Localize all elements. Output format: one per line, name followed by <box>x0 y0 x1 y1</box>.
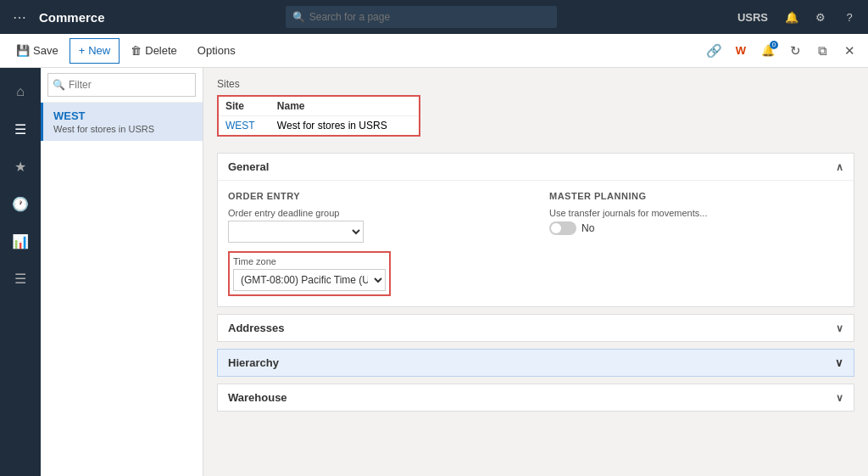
master-planning-group: MASTER PLANNING Use transfer journals fo… <box>549 191 843 296</box>
plus-icon: + <box>79 44 86 57</box>
sites-table: Site Name WEST West for stores in USRS <box>219 97 419 135</box>
delete-button[interactable]: 🗑 Delete <box>121 38 186 64</box>
close-icon[interactable]: ✕ <box>837 39 861 63</box>
new-button[interactable]: + New <box>70 38 120 64</box>
save-label: Save <box>33 44 58 57</box>
list-item-subtitle: West for stores in USRS <box>53 124 192 134</box>
options-button[interactable]: Options <box>188 38 245 64</box>
toggle-knob <box>551 223 561 233</box>
order-entry-group: ORDER ENTRY Order entry deadline group T… <box>228 191 522 296</box>
filter-area: 🔍 <box>41 68 203 103</box>
general-section: General ∧ ORDER ENTRY Order entry deadli… <box>217 153 854 307</box>
warehouse-header[interactable]: Warehouse ∨ <box>218 384 854 411</box>
transfer-journals-label: Use transfer journals for movements... <box>549 208 843 218</box>
col-site: Site <box>219 97 270 116</box>
notification-icon[interactable]: 🔔 0 <box>756 39 780 63</box>
sidebar-icons: ⌂ ☰ ★ 🕐 📊 ☰ <box>0 68 41 476</box>
master-planning-label: MASTER PLANNING <box>549 191 843 201</box>
chart-icon[interactable]: 📊 <box>3 224 37 258</box>
list-item[interactable]: WEST West for stores in USRS <box>41 103 203 141</box>
general-content: ORDER ENTRY Order entry deadline group T… <box>218 181 854 306</box>
col-name: Name <box>270 97 419 116</box>
deadline-group-label: Order entry deadline group <box>228 208 522 218</box>
content-area: Sites Site Name WEST West for stores in … <box>203 68 868 476</box>
general-two-col: ORDER ENTRY Order entry deadline group T… <box>228 191 843 296</box>
hierarchy-header[interactable]: Hierarchy ∨ <box>218 350 854 376</box>
refresh-icon[interactable]: ↻ <box>783 39 807 63</box>
list-icon[interactable]: ☰ <box>3 261 37 295</box>
options-label: Options <box>198 44 236 57</box>
bell-icon[interactable]: 🔔 <box>780 5 804 29</box>
top-navbar: ⋯ Commerce 🔍 USRS 🔔 ⚙ ? <box>0 0 868 34</box>
delete-label: Delete <box>145 44 177 57</box>
main-layout: ⌂ ☰ ★ 🕐 📊 ☰ 🔍 WEST West for stores in US… <box>0 68 868 476</box>
waffle-icon[interactable]: ⋯ <box>7 4 32 30</box>
top-nav-right: USRS 🔔 ⚙ ? <box>737 5 861 29</box>
left-panel: 🔍 WEST West for stores in USRS <box>41 68 203 476</box>
order-entry-label: ORDER ENTRY <box>228 191 522 201</box>
time-zone-wrapper: Time zone (GMT-08:00) Pacific Time (US .… <box>228 251 391 296</box>
toggle-label: No <box>581 222 594 234</box>
sites-label: Sites <box>217 78 854 90</box>
addresses-label: Addresses <box>228 322 284 334</box>
name-cell: West for stores in USRS <box>270 116 419 136</box>
addresses-section: Addresses ∨ <box>217 314 854 342</box>
time-zone-label: Time zone <box>233 256 386 266</box>
toolbar: 💾 Save + New 🗑 Delete Options 🔗 W 🔔 0 ↻ … <box>0 34 868 68</box>
filter-input[interactable] <box>47 73 196 97</box>
sites-list: WEST West for stores in USRS <box>41 103 203 476</box>
toggle-wrapper: No <box>549 221 843 235</box>
office-icon[interactable]: W <box>729 39 753 63</box>
list-item-title: WEST <box>53 109 192 122</box>
site-cell[interactable]: WEST <box>219 116 270 136</box>
clock-icon[interactable]: 🕐 <box>3 187 37 221</box>
bookmark-icon[interactable]: ★ <box>3 149 37 183</box>
addresses-chevron-icon: ∨ <box>836 322 843 334</box>
warehouse-label: Warehouse <box>228 391 287 404</box>
time-zone-select[interactable]: (GMT-08:00) Pacific Time (US ... <box>233 269 386 291</box>
search-icon: 🔍 <box>292 11 305 23</box>
addresses-header[interactable]: Addresses ∨ <box>218 315 854 341</box>
delete-icon: 🗑 <box>131 44 142 57</box>
general-label: General <box>228 160 269 173</box>
table-row[interactable]: WEST West for stores in USRS <box>219 116 419 136</box>
hierarchy-section: Hierarchy ∨ <box>217 349 854 377</box>
save-button[interactable]: 💾 Save <box>7 38 68 64</box>
save-icon: 💾 <box>16 44 30 57</box>
hierarchy-label: Hierarchy <box>228 356 279 369</box>
search-area: 🔍 <box>105 6 737 28</box>
help-icon[interactable]: ? <box>837 5 861 29</box>
new-label: New <box>88 44 110 57</box>
link-icon[interactable]: 🔗 <box>702 39 726 63</box>
warehouse-chevron-icon: ∨ <box>836 392 843 404</box>
transfer-toggle[interactable] <box>549 221 576 235</box>
filter-search-icon: 🔍 <box>53 79 65 91</box>
app-title: Commerce <box>39 10 105 25</box>
open-new-icon[interactable]: ⧉ <box>810 39 834 63</box>
search-input[interactable] <box>286 6 557 28</box>
toolbar-right-icons: 🔗 W 🔔 0 ↻ ⧉ ✕ <box>702 39 861 63</box>
hierarchy-chevron-icon: ∨ <box>835 356 843 369</box>
settings-icon[interactable]: ⚙ <box>809 5 832 29</box>
deadline-group-select[interactable] <box>228 221 364 243</box>
filter-icon[interactable]: ☰ <box>3 112 37 146</box>
warehouse-section: Warehouse ∨ <box>217 384 854 412</box>
user-label: USRS <box>737 11 768 24</box>
general-header[interactable]: General ∧ <box>218 154 854 181</box>
general-chevron-icon: ∧ <box>836 161 843 173</box>
sites-table-wrapper: Site Name WEST West for stores in USRS <box>217 95 420 137</box>
home-icon[interactable]: ⌂ <box>3 75 37 109</box>
